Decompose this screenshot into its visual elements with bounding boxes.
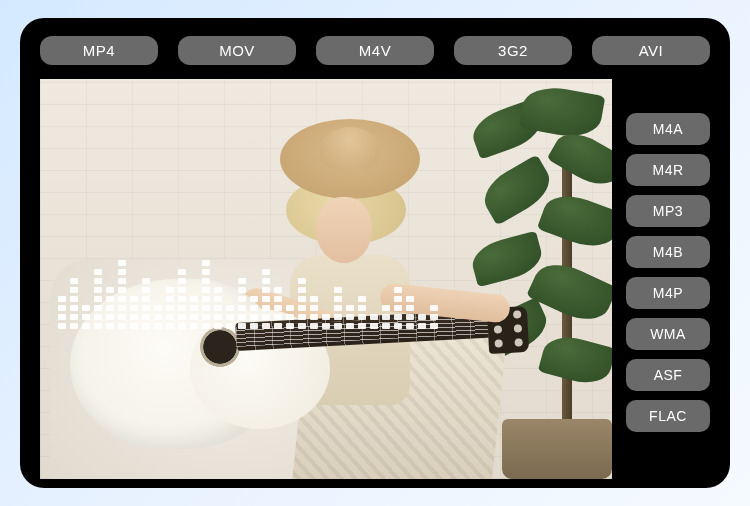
format-button-m4a[interactable]: M4A bbox=[626, 113, 710, 145]
video-format-row: MP4 MOV M4V 3G2 AVI bbox=[40, 36, 710, 65]
format-button-m4b[interactable]: M4B bbox=[626, 236, 710, 268]
format-button-3g2[interactable]: 3G2 bbox=[454, 36, 572, 65]
media-preview bbox=[40, 79, 612, 479]
audio-format-column: M4A M4R MP3 M4B M4P WMA ASF FLAC bbox=[626, 79, 710, 479]
format-button-wma[interactable]: WMA bbox=[626, 318, 710, 350]
format-button-asf[interactable]: ASF bbox=[626, 359, 710, 391]
format-button-mov[interactable]: MOV bbox=[178, 36, 296, 65]
equalizer-icon bbox=[58, 249, 438, 329]
format-button-flac[interactable]: FLAC bbox=[626, 400, 710, 432]
format-button-m4r[interactable]: M4R bbox=[626, 154, 710, 186]
device-frame: MP4 MOV M4V 3G2 AVI bbox=[20, 18, 730, 488]
format-button-m4v[interactable]: M4V bbox=[316, 36, 434, 65]
format-button-m4p[interactable]: M4P bbox=[626, 277, 710, 309]
guitar-headstock-icon bbox=[487, 306, 529, 354]
content-row: M4A M4R MP3 M4B M4P WMA ASF FLAC bbox=[40, 79, 710, 479]
guitar-soundhole-icon bbox=[200, 327, 240, 367]
format-button-mp4[interactable]: MP4 bbox=[40, 36, 158, 65]
format-button-mp3[interactable]: MP3 bbox=[626, 195, 710, 227]
format-button-avi[interactable]: AVI bbox=[592, 36, 710, 65]
